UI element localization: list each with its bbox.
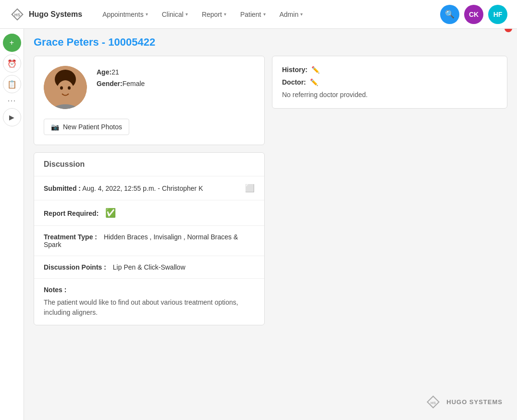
more-options[interactable]: ···	[7, 96, 16, 106]
chevron-down-icon: ▾	[263, 12, 266, 17]
content-grid: Age:21 Gender:Female 📷 New Patient Photo…	[34, 56, 507, 325]
right-column: History: ✏️ Doctor: ✏️ No referring doct…	[272, 56, 507, 325]
navbar: HS Hugo Systems Appointments ▾ Clinical …	[0, 0, 517, 29]
patient-card: Age:21 Gender:Female 📷 New Patient Photo…	[34, 56, 265, 145]
gender-row: Gender:Female	[97, 80, 145, 87]
play-button[interactable]: ▶	[3, 108, 21, 126]
play-icon: ▶	[9, 113, 14, 121]
chevron-down-icon: ▾	[300, 12, 303, 17]
alarm-icon: ⏰	[7, 59, 17, 68]
avatar-image	[44, 66, 87, 109]
notes-text: The patient would like to find out about…	[44, 297, 255, 318]
brand-logo-area: HS Hugo Systems	[10, 7, 82, 22]
nav-admin[interactable]: Admin ▾	[274, 7, 309, 22]
nav-appointments[interactable]: Appointments ▾	[97, 7, 154, 22]
add-button[interactable]: +	[3, 34, 21, 52]
new-patient-photos-button[interactable]: 📷 New Patient Photos	[44, 119, 129, 135]
alarm-button[interactable]: ⏰	[3, 54, 21, 73]
doctor-row: Doctor: ✏️	[282, 78, 497, 86]
main-content: Grace Peters - 10005422	[24, 29, 517, 333]
plus-icon: +	[10, 38, 14, 47]
discussion-body: Submitted : Aug. 4, 2022, 12:55 p.m. - C…	[34, 176, 264, 325]
user-avatar-ck[interactable]: CK	[464, 5, 483, 24]
check-circle-icon[interactable]: ✅	[105, 208, 116, 218]
patient-details: Age:21 Gender:Female	[97, 68, 145, 87]
nav-items: Appointments ▾ Clinical ▾ Report ▾ Patie…	[97, 7, 440, 22]
patient-header: Grace Peters - 10005422	[34, 36, 507, 49]
doctor-label: Doctor:	[282, 78, 306, 86]
doc-icon: 📋	[7, 80, 17, 89]
chevron-down-icon: ▾	[185, 12, 188, 17]
search-button[interactable]: 🔍	[440, 5, 459, 24]
discussion-header: Discussion	[34, 153, 264, 176]
sidebar: + ⏰ 📋 ··· ▶	[0, 29, 24, 333]
doc-button[interactable]: 📋	[3, 75, 21, 93]
report-required-row: Report Required: ✅	[34, 200, 264, 226]
discussion-points-row: Discussion Points : Lip Pen & Click-Swal…	[34, 256, 264, 279]
camera-icon: 📷	[51, 123, 59, 131]
doctor-edit-icon[interactable]: ✏️	[310, 78, 318, 86]
no-doctor-text: No referring doctor provided.	[282, 91, 497, 99]
notes-row: Notes : The patient would like to find o…	[34, 279, 264, 325]
svg-point-6	[68, 86, 71, 90]
submitted-meta: Submitted : Aug. 4, 2022, 12:55 p.m. - C…	[44, 184, 255, 193]
svg-text:HS: HS	[14, 12, 21, 17]
discussion-title: Discussion	[44, 160, 85, 168]
patient-avatar	[44, 66, 87, 109]
nav-patient[interactable]: Patient ▾	[234, 7, 271, 22]
patient-name: Grace Peters - 10005422	[34, 36, 507, 49]
submitted-content: Submitted : Aug. 4, 2022, 12:55 p.m. - C…	[44, 185, 203, 192]
brand-diamond-icon: HS	[10, 7, 25, 22]
patient-info: Age:21 Gender:Female	[44, 66, 255, 109]
chevron-down-icon: ▾	[224, 12, 226, 17]
brand-name: Hugo Systems	[29, 10, 82, 19]
avatar-svg	[44, 66, 87, 109]
chevron-down-icon: ▾	[146, 12, 148, 17]
submitted-row: Submitted : Aug. 4, 2022, 12:55 p.m. - C…	[34, 176, 264, 200]
history-edit-icon[interactable]: ✏️	[311, 66, 320, 74]
photos-section: 📷 New Patient Photos	[44, 119, 255, 135]
left-column: Age:21 Gender:Female 📷 New Patient Photo…	[34, 56, 265, 325]
search-icon: 🔍	[445, 10, 455, 19]
nav-report[interactable]: Report ▾	[196, 7, 232, 22]
nav-clinical[interactable]: Clinical ▾	[156, 7, 194, 22]
age-row: Age:21	[97, 68, 145, 76]
history-label: History:	[282, 66, 308, 74]
history-row: History: ✏️	[282, 66, 497, 74]
svg-point-5	[60, 86, 63, 90]
edit-icon[interactable]: ⬜	[245, 184, 255, 193]
treatment-type-row: Treatment Type : Hidden Braces , Invisal…	[34, 226, 264, 256]
navbar-actions: 🔍 CK HF	[440, 5, 507, 24]
discussion-card: Discussion Submitted : Aug. 4, 2022, 12:…	[34, 152, 265, 325]
svg-point-4	[57, 80, 74, 101]
info-panel: History: ✏️ Doctor: ✏️ No referring doct…	[272, 56, 507, 109]
user-avatar-hf[interactable]: HF	[488, 5, 507, 24]
